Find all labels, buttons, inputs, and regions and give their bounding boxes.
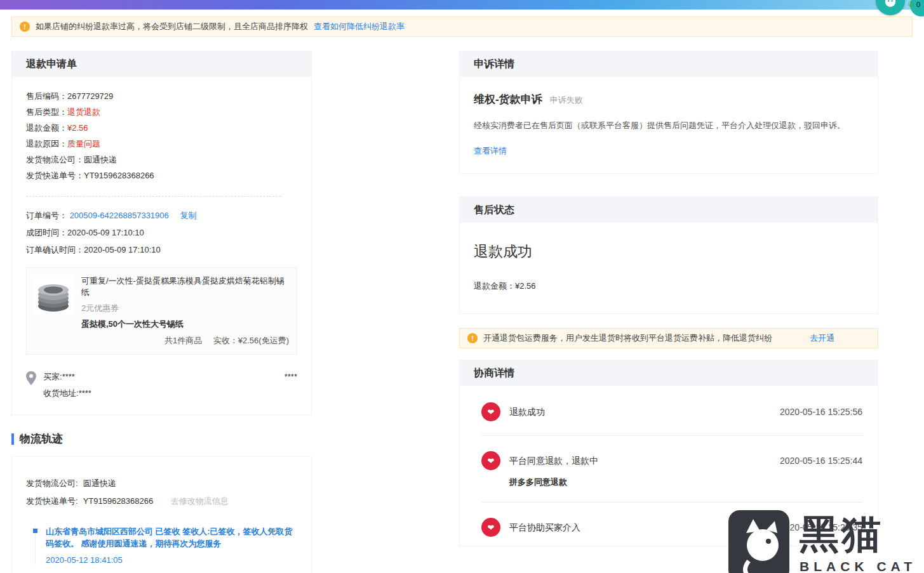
refund-amount-row: 退款金额：¥2.56 (474, 280, 864, 292)
watermark-en-text: BLACK CAT (800, 559, 916, 573)
aftersale-code: 2677729729 (67, 91, 113, 101)
logistics-company: 圆通快递 (84, 155, 117, 164)
divider (481, 502, 862, 503)
aftersale-type-row: 售后类型：退货退款 (26, 104, 297, 120)
pinduoduo-logo-icon: ❤ (481, 518, 500, 537)
cat-face-icon (881, 0, 899, 10)
negotiation-text: 平台协助买家介入 (509, 518, 580, 537)
badge-count: 0 (916, 1, 920, 8)
logistics-company-row: 发货物流公司：圆通快递 (26, 152, 297, 168)
blackcat-float-icon[interactable] (876, 0, 905, 15)
status-panel-title: 售后状态 (460, 197, 878, 223)
dashed-divider (26, 196, 281, 197)
freight-insurance-banner: ! 开通退货包运费服务，用户发生退货时将收到平台退货运费补贴，降低退货纠纷 去开… (459, 328, 878, 348)
logistics-panel: 发货物流公司:圆通快递 发货快递单号:YT9159628368266 去修改物流… (11, 456, 312, 573)
product-count: 共1件商品 (164, 336, 202, 345)
product-spec: 蛋挞模,50个一次性大号锡纸 (81, 319, 289, 330)
product-summary: 共1件商品 实收：¥2.56(免运费) (81, 335, 289, 346)
negotiation-text: 平台同意退款，退款中 (509, 451, 598, 470)
appeal-detail-link[interactable]: 查看详情 (474, 145, 507, 157)
pinduoduo-logo-icon: ❤ (481, 402, 500, 421)
appeal-panel-title: 申诉详情 (460, 51, 878, 77)
trace-time: 2020-05-12 18:41:05 (46, 555, 297, 565)
product-coupon: 2元优惠券 (81, 303, 289, 314)
refund-reason-row: 退款原因：质量问题 (26, 136, 297, 152)
product-card[interactable]: 可重复/一次性-蛋挞蛋糕果冻模具蛋挞皮烘焙菊花铝制锡纸 2元优惠券 蛋挞模,50… (26, 267, 297, 355)
warning-text: 如果店铺的纠纷退款率过高，将会受到店铺二级限制，且全店商品排序降权 (36, 21, 308, 32)
negotiation-panel-title: 协商详情 (460, 360, 878, 386)
logistics-company: 圆通快递 (83, 478, 116, 488)
confirm-time: 2020-05-09 17:10:10 (84, 245, 161, 254)
group-time-row: 成团时间：2020-05-09 17:10:10 (26, 224, 297, 241)
watermark-cn-text: 黑猫 (800, 515, 916, 554)
negotiation-time: 2020-05-16 15:25:44 (780, 451, 862, 470)
negotiation-text: 退款成功 (509, 402, 545, 421)
order-no-row: 订单编号： 200509-642268857331906 复制 (26, 207, 297, 224)
logistics-tracking-row: 发货快递单号:YT9159628368266 去修改物流信息 (26, 492, 297, 510)
product-title: 可重复/一次性-蛋挞蛋糕果冻模具蛋挞皮烘焙菊花铝制锡纸 (81, 275, 289, 298)
exclamation-icon: ! (20, 22, 30, 32)
refund-application-panel: 退款申请单 售后编码：2677729729 售后类型：退货退款 退款金额：¥2.… (11, 51, 312, 415)
refund-panel-title: 退款申请单 (12, 51, 311, 77)
aftersale-status-panel: 售后状态 退款成功 退款金额：¥2.56 (459, 197, 878, 314)
logistics-tracking-no: YT9159628368266 (83, 496, 154, 506)
appeal-panel: 申诉详情 维权-货款申诉 申诉失败 经核实消费者已在售后页面（或联系平台客服）提… (459, 51, 878, 174)
product-paid: 实收：¥2.56(免运费) (213, 336, 289, 345)
tracking-no: YT9159628368266 (84, 171, 154, 180)
group-time: 2020-05-09 17:10:10 (67, 228, 144, 237)
appeal-status: 申诉失败 (550, 95, 583, 106)
negotiation-item: ❤ 平台同意退款，退款中 2020-05-16 15:25:44 拼多多同意退款 (481, 441, 862, 497)
location-pin-icon (26, 371, 36, 387)
confirm-time-row: 订单确认时间：2020-05-09 17:10:10 (26, 241, 297, 258)
appeal-subtitle-row: 维权-货款申诉 申诉失败 (474, 92, 864, 107)
aftersale-code-row: 售后编码：2677729729 (26, 88, 297, 104)
divider (481, 435, 862, 436)
page: ✆ 0 ! 如果店铺的纠纷退款率过高，将会受到店铺二级限制，且全店商品排序降权 … (0, 0, 924, 573)
buyer-row: 买家:**** **** (43, 369, 297, 385)
blackcat-watermark: 黑猫 BLACK CAT (728, 510, 916, 573)
buyer-masked: 买家:**** (43, 369, 75, 385)
refund-amount: ¥2.56 (67, 123, 88, 133)
refund-amount-row: 退款金额：¥2.56 (26, 120, 297, 136)
negotiation-item: ❤ 退款成功 2020-05-16 15:25:56 (481, 392, 862, 430)
reduce-dispute-rate-link[interactable]: 查看如何降低纠纷退款率 (314, 21, 405, 32)
pinduoduo-logo-icon: ❤ (481, 451, 500, 470)
address-row: 收货地址:**** (43, 385, 297, 402)
tracking-trace: 山东省青岛市城阳区西部公司 已签收 签收人:已签收，签收人凭取货码签收。 感谢使… (35, 525, 297, 565)
blackcat-logo (728, 510, 789, 573)
trace-text: 山东省青岛市城阳区西部公司 已签收 签收人:已签收，签收人凭取货码签收。 感谢使… (46, 525, 297, 550)
freight-banner-text: 开通退货包运费服务，用户发生退货时将收到平台退货运费补贴，降低退货纠纷 (483, 333, 772, 344)
negotiation-time: 2020-05-16 15:25:56 (780, 402, 862, 421)
phone-icon: ✆ (908, 1, 914, 8)
top-gradient-bar (0, 0, 924, 10)
freight-activate-link[interactable]: 去开通 (810, 333, 834, 344)
refund-status-text: 退款成功 (474, 242, 864, 261)
negotiation-note: 拼多多同意退款 (509, 477, 862, 488)
copy-order-no-link[interactable]: 复制 (180, 211, 196, 220)
logistics-company-row: 发货物流公司:圆通快递 (26, 475, 297, 492)
logistics-section-title: 物流轨迹 (11, 431, 312, 446)
buyer-block: 买家:**** **** 收货地址:**** (26, 369, 297, 402)
tracking-no-row: 发货快递单号：YT9159628368266 (26, 168, 297, 183)
phone-counter-widget[interactable]: ✆ 0 (908, 1, 920, 8)
exclamation-icon: ! (467, 333, 478, 343)
appeal-description: 经核实消费者已在售后页面（或联系平台客服）提供售后问题凭证，平台介入处理仅退款，… (474, 118, 864, 133)
buyer-masked-right: **** (285, 369, 297, 385)
aftersale-type: 退货退款 (67, 107, 100, 117)
appeal-name: 维权-货款申诉 (474, 92, 542, 107)
modify-logistics-link[interactable]: 去修改物流信息 (171, 496, 229, 506)
order-no-link[interactable]: 200509-642268857331906 (70, 211, 169, 220)
address-masked: 收货地址:**** (43, 385, 91, 402)
title-accent-bar (11, 433, 14, 445)
trace-bullet-icon (33, 529, 37, 533)
refund-reason: 质量问题 (67, 139, 100, 148)
product-image (34, 275, 74, 315)
refund-amount-value: ¥2.56 (515, 281, 536, 291)
dispute-warning-banner: ! 如果店铺的纠纷退款率过高，将会受到店铺二级限制，且全店商品排序降权 查看如何… (11, 16, 913, 37)
